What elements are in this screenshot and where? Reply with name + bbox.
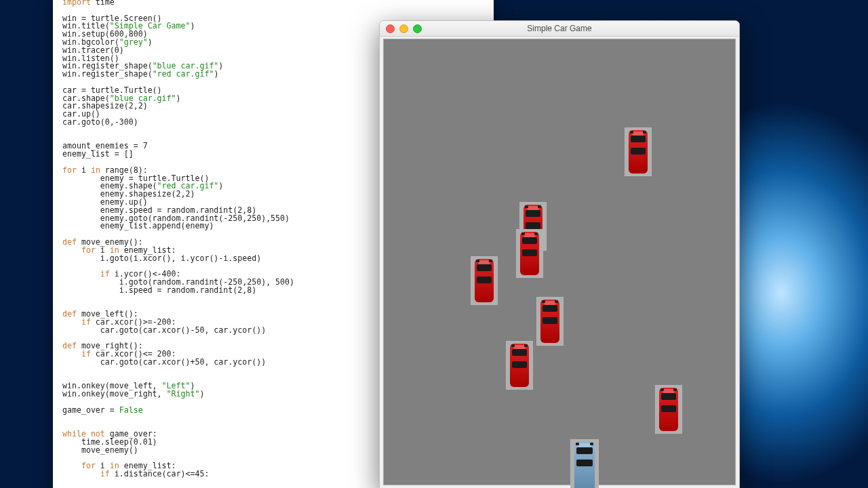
enemy-car-6 bbox=[655, 385, 682, 434]
enemy-car-4 bbox=[536, 297, 564, 346]
window-controls bbox=[386, 24, 422, 33]
zoom-icon[interactable] bbox=[413, 24, 422, 33]
game-window-title: Simple Car Game bbox=[527, 24, 591, 33]
enemy-car-5 bbox=[506, 341, 533, 390]
enemy-car-0 bbox=[625, 127, 652, 176]
game-window[interactable]: Simple Car Game bbox=[379, 20, 740, 488]
minimize-icon[interactable] bbox=[399, 24, 408, 33]
game-canvas[interactable] bbox=[383, 39, 736, 485]
close-icon[interactable] bbox=[386, 24, 395, 33]
player-car bbox=[570, 439, 599, 488]
enemy-car-3 bbox=[471, 256, 498, 305]
enemy-car-2 bbox=[516, 229, 543, 278]
game-titlebar[interactable]: Simple Car Game bbox=[380, 21, 739, 37]
